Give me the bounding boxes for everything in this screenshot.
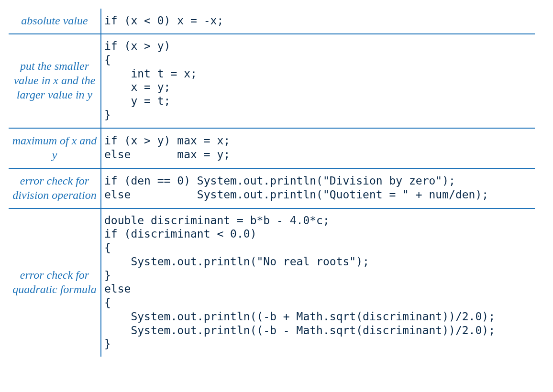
row-code-swap: if (x > y) { int t = x; x = y; y = t; } — [101, 34, 535, 128]
row-label-maximum: maximum of x and y — [9, 128, 101, 168]
code-block: double discriminant = b*b - 4.0*c; if (d… — [104, 214, 532, 351]
row-code-absolute-value: if (x < 0) x = -x; — [101, 9, 535, 34]
row-code-division-check: if (den == 0) System.out.println("Divisi… — [101, 168, 535, 208]
table-row: error check for quadratic formula double… — [9, 208, 535, 357]
row-label-swap: put the smaller value in x and the large… — [9, 34, 101, 128]
table-row: put the smaller value in x and the large… — [9, 34, 535, 128]
row-code-quadratic-check: double discriminant = b*b - 4.0*c; if (d… — [101, 208, 535, 357]
table-row: absolute value if (x < 0) x = -x; — [9, 9, 535, 34]
table-row: maximum of x and y if (x > y) max = x; e… — [9, 128, 535, 168]
table-row: error check for division operation if (d… — [9, 168, 535, 208]
row-code-maximum: if (x > y) max = x; else max = y; — [101, 128, 535, 168]
code-block: if (x < 0) x = -x; — [104, 14, 532, 28]
code-block: if (x > y) max = x; else max = y; — [104, 134, 532, 162]
code-block: if (x > y) { int t = x; x = y; y = t; } — [104, 39, 532, 122]
row-label-quadratic-check: error check for quadratic formula — [9, 208, 101, 357]
row-label-absolute-value: absolute value — [9, 9, 101, 34]
code-block: if (den == 0) System.out.println("Divisi… — [104, 174, 532, 202]
row-label-division-check: error check for division operation — [9, 168, 101, 208]
code-examples-table: absolute value if (x < 0) x = -x; put th… — [0, 0, 553, 376]
examples-table: absolute value if (x < 0) x = -x; put th… — [9, 9, 535, 357]
